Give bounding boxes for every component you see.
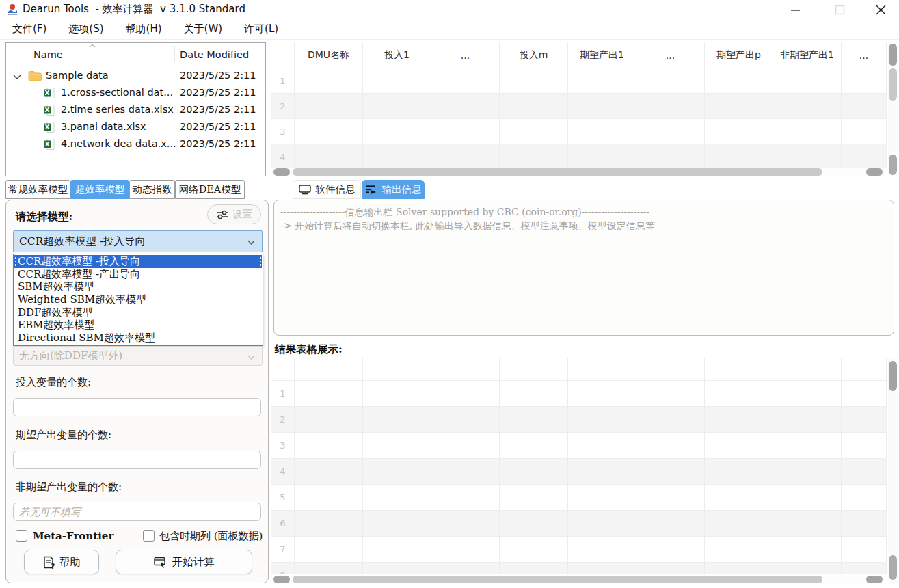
table-cell[interactable] <box>363 433 431 459</box>
table-cell[interactable] <box>773 485 842 511</box>
table-cell[interactable] <box>500 68 568 94</box>
table-cell[interactable] <box>500 459 568 485</box>
table-cell[interactable] <box>363 537 431 563</box>
table-cell[interactable] <box>431 485 500 511</box>
table-row[interactable]: 7 <box>271 537 887 563</box>
table-cell[interactable] <box>363 407 431 433</box>
table-cell[interactable] <box>705 381 773 407</box>
tree-row-file[interactable]: X 3.panal data.xlsx 2023/5/25 2:11 <box>6 119 265 136</box>
scrollbar-thumb[interactable] <box>889 361 897 391</box>
table-cell[interactable] <box>500 119 568 144</box>
close-button[interactable] <box>867 0 894 19</box>
table-cell[interactable] <box>568 511 636 537</box>
table-cell[interactable] <box>773 459 842 485</box>
scroll-down-button[interactable] <box>889 155 897 175</box>
tree-row-folder[interactable]: Sample data 2023/5/25 2:11 <box>6 68 265 85</box>
table-cell[interactable] <box>773 119 842 144</box>
table-cell[interactable] <box>431 94 500 119</box>
tab-output-info[interactable]: 输出信息 <box>362 180 425 199</box>
table-cell[interactable] <box>842 68 887 94</box>
table-cell[interactable] <box>705 459 773 485</box>
table-cell[interactable] <box>705 485 773 511</box>
menu-help[interactable]: 帮助(H) <box>119 21 169 38</box>
table-cell[interactable] <box>568 381 636 407</box>
dropdown-option[interactable]: CCR超效率模型 -投入导向 <box>14 255 262 268</box>
table-cell[interactable] <box>295 563 363 574</box>
table-row[interactable]: 3 <box>271 119 887 144</box>
table-cell[interactable] <box>568 68 636 94</box>
start-calculation-button[interactable]: 开始计算 <box>116 550 252 574</box>
table-cell[interactable] <box>842 407 887 433</box>
table-cell[interactable] <box>568 407 636 433</box>
table-cell[interactable] <box>500 381 568 407</box>
table-cell[interactable] <box>568 459 636 485</box>
table-cell[interactable] <box>636 459 705 485</box>
table-cell[interactable] <box>773 511 842 537</box>
table-row[interactable]: 1 <box>271 68 887 94</box>
scrollbar-thumb[interactable] <box>293 576 822 583</box>
table-cell[interactable] <box>500 433 568 459</box>
tab-regular-models[interactable]: 常规效率模型 <box>5 180 70 199</box>
table-cell[interactable] <box>500 563 568 574</box>
table-cell[interactable] <box>636 119 705 144</box>
column-header-date[interactable]: Date Modified <box>180 49 249 60</box>
table-cell[interactable] <box>568 144 636 168</box>
table-cell[interactable] <box>431 381 500 407</box>
table-cell[interactable] <box>295 119 363 144</box>
table-cell[interactable] <box>431 459 500 485</box>
scrollbar-thumb[interactable] <box>293 168 822 176</box>
table-cell[interactable] <box>705 563 773 574</box>
table-cell[interactable] <box>295 144 363 168</box>
tab-super-efficiency[interactable]: 超效率模型 <box>70 180 129 199</box>
table-row[interactable]: 2 <box>271 407 887 433</box>
meta-frontier-checkbox[interactable] <box>16 530 27 542</box>
table-cell[interactable] <box>705 537 773 563</box>
table-cell[interactable] <box>773 94 842 119</box>
table-cell[interactable] <box>773 537 842 563</box>
table-cell[interactable] <box>773 407 842 433</box>
scroll-down-button[interactable] <box>889 555 897 580</box>
dropdown-option[interactable]: Directional SBM超效率模型 <box>14 332 262 345</box>
table-cell[interactable] <box>636 537 705 563</box>
table-cell[interactable] <box>842 459 887 485</box>
help-button[interactable]: ? 帮助 <box>24 550 99 574</box>
table-cell[interactable] <box>842 563 887 574</box>
table-cell[interactable] <box>773 381 842 407</box>
table-cell[interactable] <box>431 433 500 459</box>
table-cell[interactable] <box>568 94 636 119</box>
maximize-button[interactable] <box>826 0 853 19</box>
table-cell[interactable] <box>431 68 500 94</box>
table-cell[interactable] <box>295 94 363 119</box>
period-column-checkbox[interactable] <box>143 530 155 542</box>
scrollbar-thumb[interactable] <box>889 44 897 66</box>
table-cell[interactable] <box>295 485 363 511</box>
dropdown-option[interactable]: CCR超效率模型 -产出导向 <box>14 268 262 281</box>
table-cell[interactable] <box>568 537 636 563</box>
table-row[interactable]: 5 <box>271 485 887 511</box>
scroll-right-button[interactable] <box>866 576 883 583</box>
table-cell[interactable] <box>295 433 363 459</box>
table-cell[interactable] <box>500 94 568 119</box>
dropdown-option[interactable]: SBM超效率模型 <box>14 280 262 293</box>
tab-dynamic-index[interactable]: 动态指数 <box>129 180 175 199</box>
table-cell[interactable] <box>500 407 568 433</box>
table-cell[interactable] <box>636 433 705 459</box>
table-cell[interactable] <box>705 94 773 119</box>
table-cell[interactable] <box>842 144 887 168</box>
table-cell[interactable] <box>636 511 705 537</box>
table-cell[interactable] <box>363 459 431 485</box>
menu-license[interactable]: 许可(L) <box>237 21 285 38</box>
table-cell[interactable] <box>363 68 431 94</box>
table-cell[interactable] <box>363 94 431 119</box>
table-cell[interactable] <box>636 68 705 94</box>
table-row[interactable]: 2 <box>271 94 887 119</box>
table-cell[interactable] <box>568 485 636 511</box>
table-cell[interactable] <box>842 433 887 459</box>
table-cell[interactable] <box>431 144 500 168</box>
table-cell[interactable] <box>500 485 568 511</box>
table-cell[interactable] <box>431 563 500 574</box>
table-cell[interactable] <box>705 433 773 459</box>
tree-row-file[interactable]: X 4.network dea data.x... 2023/5/25 2:11 <box>6 136 265 153</box>
tab-software-info[interactable]: 软件信息 <box>293 180 361 199</box>
tab-network-dea[interactable]: 网络DEA模型 <box>175 180 245 199</box>
